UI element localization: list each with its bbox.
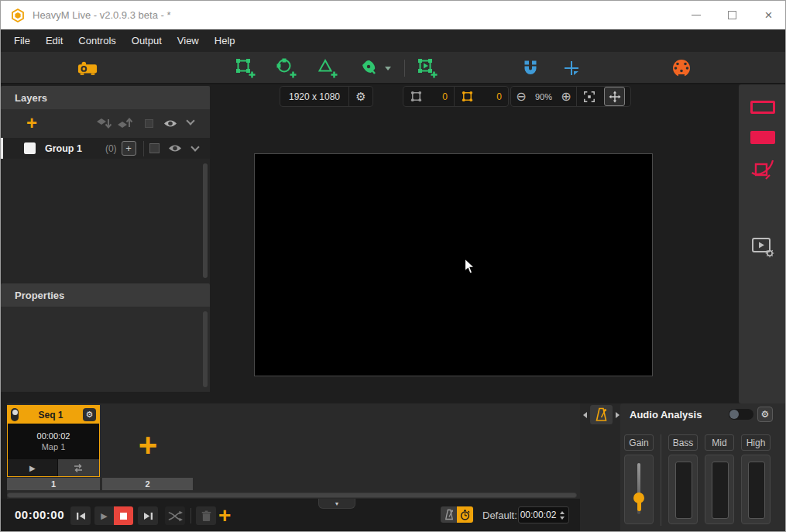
time-mode-button[interactable] xyxy=(457,506,473,523)
group-name-label[interactable]: Group 1 xyxy=(45,143,82,154)
move-layer-down-button[interactable] xyxy=(96,117,112,130)
resolution-widget: 1920 x 1080 ⚙ xyxy=(280,86,373,107)
collapse-left-button[interactable] xyxy=(581,407,589,424)
resolution-settings-button[interactable]: ⚙ xyxy=(349,87,372,106)
effects-button[interactable] xyxy=(739,159,786,180)
previous-icon xyxy=(76,512,86,520)
sequence-column-tab-1[interactable]: 1 xyxy=(7,478,100,490)
add-triangle-icon xyxy=(317,58,338,78)
magnet-icon xyxy=(521,59,540,77)
menu-help[interactable]: Help xyxy=(207,29,243,52)
previous-button[interactable] xyxy=(70,506,91,525)
layer-group-row[interactable]: Group 1 (0) + xyxy=(1,138,210,159)
layer-up-icon xyxy=(117,117,132,130)
maximize-button[interactable] xyxy=(714,1,750,29)
timecode-display: 00:00:00 xyxy=(15,508,64,521)
gain-slider[interactable] xyxy=(624,455,654,524)
pen-tool-button[interactable] xyxy=(359,58,379,78)
audio-settings-button[interactable]: ⚙ xyxy=(757,407,773,422)
move-layer-up-button[interactable] xyxy=(117,117,132,130)
zoom-out-button[interactable]: ⊖ xyxy=(511,87,531,106)
sequence-play-button[interactable]: ▶ xyxy=(8,459,57,476)
bpm-mode-button[interactable] xyxy=(441,506,457,523)
collapse-all-chevron[interactable] xyxy=(186,116,194,125)
audio-region: Audio Analysis ⚙ Gain Bass Mid High xyxy=(580,403,786,532)
layers-panel-title: Layers xyxy=(15,92,47,104)
spinner-up-icon[interactable] xyxy=(560,511,565,514)
fill-style-button[interactable] xyxy=(739,131,786,144)
add-ellipse-button[interactable] xyxy=(276,58,297,78)
pen-tool-icon xyxy=(359,59,378,77)
menu-view[interactable]: View xyxy=(170,29,207,52)
sequence-map-name: Map 1 xyxy=(42,442,66,451)
menu-file[interactable]: File xyxy=(6,29,38,52)
audio-analysis-toggle[interactable] xyxy=(729,409,753,420)
group-visibility-toggle[interactable] xyxy=(168,143,182,153)
sequence-settings-button[interactable]: ⚙ xyxy=(83,408,96,421)
snap-magnet-button[interactable] xyxy=(520,58,541,78)
spinner-arrows[interactable] xyxy=(558,511,567,520)
sequence-loop-button[interactable] xyxy=(57,459,99,476)
high-label: High xyxy=(741,434,771,451)
stop-button[interactable] xyxy=(114,506,133,525)
add-sequence-button[interactable]: + xyxy=(131,427,165,464)
gain-slider-knob[interactable] xyxy=(633,493,644,503)
fit-view-icon xyxy=(583,91,596,103)
properties-scrollbar[interactable] xyxy=(203,311,208,387)
sequence-header: Seq 1 ⚙ xyxy=(8,406,99,424)
solo-all-toggle[interactable] xyxy=(145,119,153,128)
trash-icon xyxy=(201,510,211,522)
menu-controls[interactable]: Controls xyxy=(70,29,123,52)
midi-control-button[interactable] xyxy=(671,58,692,78)
default-duration-label: Default: xyxy=(482,510,517,521)
add-triangle-button[interactable] xyxy=(317,58,338,78)
gear-icon: ⚙ xyxy=(86,410,94,419)
default-duration-spinner[interactable]: 00:00:02 xyxy=(518,506,569,523)
next-icon xyxy=(143,512,153,520)
play-button[interactable]: ▶ xyxy=(94,506,114,525)
sequence-block[interactable]: Seq 1 ⚙ 00:00:02 Map 1 ▶ xyxy=(7,405,100,477)
menu-output[interactable]: Output xyxy=(124,29,170,52)
layers-list-area xyxy=(1,159,210,283)
output-canvas[interactable] xyxy=(254,153,653,376)
add-ellipse-icon xyxy=(276,58,297,78)
sequencer-hscrollbar[interactable] xyxy=(7,493,577,498)
player-settings-button[interactable] xyxy=(739,236,786,258)
group-solo-toggle[interactable] xyxy=(149,143,160,153)
sequence-column-tab-2[interactable]: 2 xyxy=(102,478,193,490)
add-shape-to-group-button[interactable]: + xyxy=(122,141,136,156)
window-title: HeavyM Live - v2.0.9.3 beta - * xyxy=(33,9,170,21)
play-icon: ▶ xyxy=(101,511,107,521)
projector-output-button[interactable] xyxy=(77,58,98,78)
mid-meter xyxy=(705,455,734,524)
sequence-toggle-icon[interactable] xyxy=(11,408,19,421)
pan-tool-button[interactable] xyxy=(604,87,625,106)
visibility-all-toggle[interactable] xyxy=(163,118,177,129)
add-sequence-transport-button[interactable]: + xyxy=(218,503,231,528)
gain-label: Gain xyxy=(624,434,654,451)
default-duration-value[interactable]: 00:00:02 xyxy=(519,510,558,520)
add-group-button[interactable]: + xyxy=(26,114,37,132)
layers-scrollbar[interactable] xyxy=(203,163,208,278)
outline-style-button[interactable] xyxy=(739,101,786,114)
collapse-right-button[interactable] xyxy=(613,407,621,424)
shuffle-button[interactable] xyxy=(165,506,185,525)
minimize-button[interactable] xyxy=(678,1,714,29)
timeline-expand-button[interactable]: ▼ xyxy=(318,499,355,509)
add-player-button[interactable] xyxy=(417,58,438,78)
player-gear-icon xyxy=(750,236,775,258)
fit-view-button[interactable] xyxy=(577,87,602,106)
tempo-panel-button[interactable] xyxy=(590,405,613,424)
menu-edit[interactable]: Edit xyxy=(38,29,70,52)
coordinates-tool-button[interactable] xyxy=(561,58,582,78)
add-quad-button[interactable] xyxy=(235,58,256,78)
group-select-checkbox[interactable] xyxy=(24,142,36,154)
maximize-icon xyxy=(728,11,736,19)
zoom-in-button[interactable]: ⊕ xyxy=(556,87,576,106)
delete-sequence-button[interactable] xyxy=(196,506,216,525)
close-button[interactable]: × xyxy=(750,1,786,29)
next-button[interactable] xyxy=(138,506,158,525)
group-collapse-chevron[interactable] xyxy=(190,142,199,151)
spinner-down-icon[interactable] xyxy=(560,517,565,520)
pen-tool-dropdown-caret[interactable] xyxy=(385,67,391,70)
